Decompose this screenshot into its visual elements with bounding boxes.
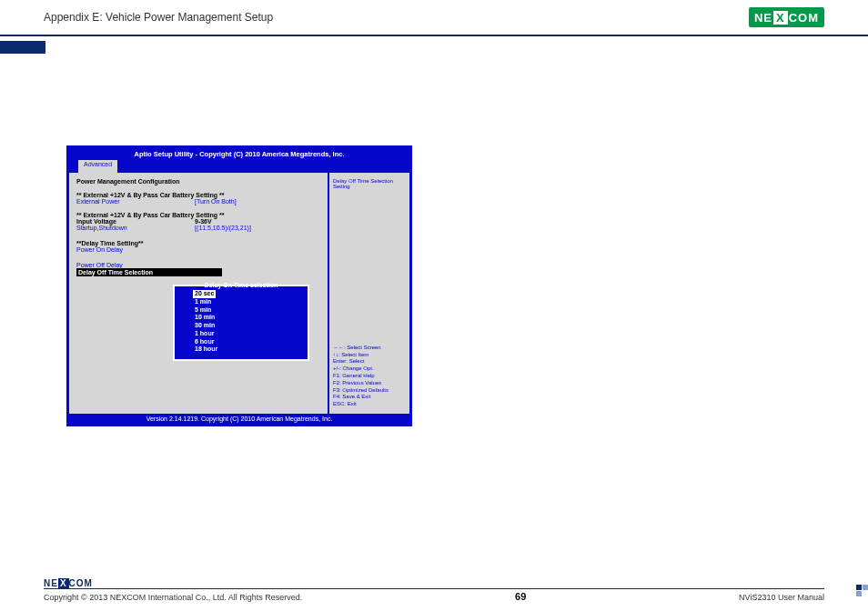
page-footer: NEXCOM Copyright © 2013 NEXCOM Internati… (0, 578, 868, 602)
bios-left-pane: Power Management Configuration ** Extern… (69, 173, 328, 414)
popup-option[interactable]: 1 min (195, 298, 302, 306)
popup-option[interactable]: 18 hour (195, 346, 302, 354)
bios-title-bar: Aptio Setup Utility - Copyright (C) 2010… (69, 148, 409, 160)
bios-right-pane: Delay Off Time Selection Setting →←: Sel… (328, 173, 409, 414)
page-number: 69 (515, 591, 526, 602)
popup-option[interactable]: 6 hour (195, 338, 302, 346)
footer-logo: NEXCOM (44, 578, 824, 588)
tab-advanced[interactable]: Advanced (78, 160, 117, 173)
popup-option[interactable]: 20 sec (193, 290, 216, 298)
popup-title: Delay On Time selection (175, 282, 308, 288)
bios-tab-row: Advanced (69, 160, 409, 173)
input-voltage-row: Input Voltage 9-36V (76, 218, 320, 225)
power-on-delay-row[interactable]: Power On Delay (76, 246, 320, 253)
external-power-value: [Turn On Both] (195, 198, 237, 205)
nexcom-logo: NEXCOM (749, 7, 824, 27)
key-row: F4: Save & Exit (333, 394, 406, 401)
delay-off-time-row-active[interactable]: Delay Off Time Selection (76, 268, 222, 276)
key-row: F3: Optimized Defaults (333, 387, 406, 395)
bios-body: Power Management Configuration ** Extern… (69, 173, 409, 414)
key-row: F1: General Help (333, 373, 406, 380)
popup-option[interactable]: 1 hour (195, 330, 302, 338)
startup-shutdown-row[interactable]: Startup,Shutdown [(11.5,10.5)/(23,21)] (76, 225, 320, 231)
external-power-row[interactable]: External Power [Turn On Both] (76, 198, 320, 205)
delay-on-time-popup[interactable]: Delay On Time selection 20 sec 1 min 5 m… (173, 285, 309, 361)
key-legend: →←: Select Screen ↑↓: Select Item Enter:… (333, 345, 406, 408)
group1-heading: ** External +12V & By Pass Car Battery S… (76, 192, 320, 198)
key-row: F2: Previous Values (333, 380, 406, 387)
bios-footer: Version 2.14.1219. Copyright (C) 2010 Am… (69, 414, 409, 424)
cube-icon (855, 584, 868, 596)
external-power-label: External Power (76, 198, 195, 205)
key-row: →←: Select Screen (333, 345, 406, 352)
startup-shutdown-label: Startup,Shutdown (76, 225, 195, 231)
delay-heading: **Delay Time Setting** (76, 240, 320, 246)
key-row: ESC: Exit (333, 401, 406, 408)
input-voltage-label: Input Voltage (76, 218, 195, 225)
page-header: Appendix E: Vehicle Power Management Set… (0, 0, 868, 36)
key-row: +/-: Change Opt. (333, 366, 406, 373)
key-row: ↑↓: Select Item (333, 352, 406, 359)
bios-screenshot: Aptio Setup Utility - Copyright (C) 2010… (66, 145, 412, 426)
startup-shutdown-value: [(11.5,10.5)/(23,21)] (195, 225, 251, 231)
power-off-delay-row[interactable]: Power Off Delay (76, 262, 320, 268)
group2-heading: ** External +12V & By Pass Car Battery S… (76, 212, 320, 218)
header-accent-bar (0, 41, 45, 54)
appendix-title: Appendix E: Vehicle Power Management Set… (44, 11, 273, 24)
footer-copyright: Copyright © 2013 NEXCOM International Co… (44, 593, 302, 602)
popup-option[interactable]: 5 min (195, 306, 302, 315)
popup-option[interactable]: 30 min (195, 322, 302, 330)
section-heading: Power Management Configuration (76, 178, 320, 185)
input-voltage-value: 9-36V (195, 218, 212, 225)
footer-manual: NViS2310 User Manual (739, 593, 824, 602)
popup-option[interactable]: 10 min (195, 314, 302, 322)
key-row: Enter: Select (333, 358, 406, 366)
help-text: Delay Off Time Selection Setting (333, 178, 406, 189)
